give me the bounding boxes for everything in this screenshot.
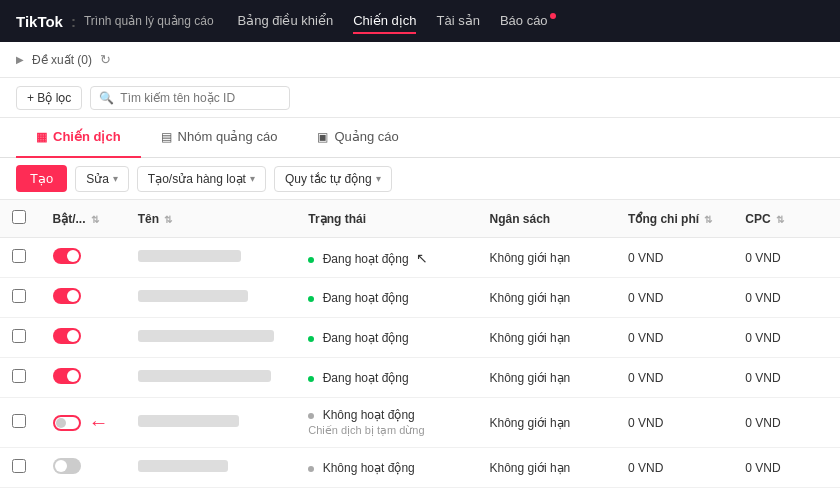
top-nav-links: Bảng điều khiển Chiến dịch Tài sản Báo c… (238, 9, 824, 34)
nav-campaigns[interactable]: Chiến dịch (353, 9, 416, 34)
edit-chevron: ▾ (113, 173, 118, 184)
search-input[interactable] (120, 91, 281, 105)
edit-label: Sửa (86, 172, 109, 186)
campaign-name-3 (138, 330, 274, 342)
status-dot-5 (308, 413, 314, 419)
select-all-checkbox[interactable] (12, 210, 26, 224)
cpc-3: 0 VND (745, 331, 780, 345)
arrow-indicator-5: ← (89, 411, 109, 434)
table-row: Đang hoạt động Không giới hạn0 VND0 VND (0, 318, 840, 358)
tabs-bar: ▦ Chiến dịch ▤ Nhóm quảng cáo ▣ Quảng cá… (0, 118, 840, 158)
tab-ads-label: Quảng cáo (334, 129, 398, 144)
create-button[interactable]: Tạo (16, 165, 67, 192)
row-checkbox-6[interactable] (12, 459, 26, 473)
tab-campaigns[interactable]: ▦ Chiến dịch (16, 118, 141, 158)
row-checkbox-3[interactable] (12, 329, 26, 343)
tiktok-brand-name: TikTok (16, 13, 63, 30)
tab-campaigns-icon: ▦ (36, 130, 47, 144)
col-header-check (0, 200, 41, 238)
col-header-spend: Tổng chi phí ⇅ (616, 200, 733, 238)
budget-2: Không giới hạn (490, 291, 571, 305)
budget-4: Không giới hạn (490, 371, 571, 385)
spend-5: 0 VND (628, 416, 663, 430)
budget-1: Không giới hạn (490, 251, 571, 265)
bulk-label: Tạo/sửa hàng loạt (148, 172, 246, 186)
status-text-6: Không hoạt động (323, 461, 415, 475)
subbar-arrow: ▶ (16, 54, 24, 65)
rules-button[interactable]: Quy tắc tự động ▾ (274, 166, 392, 192)
cpc-4: 0 VND (745, 371, 780, 385)
cursor-indicator: ↖ (416, 250, 428, 266)
toggle-sort: ⇅ (91, 214, 99, 225)
budget-5: Không giới hạn (490, 416, 571, 430)
budget-6: Không giới hạn (490, 461, 571, 475)
toggle-2[interactable] (53, 288, 81, 304)
row-checkbox-1[interactable] (12, 249, 26, 263)
tab-ads[interactable]: ▣ Quảng cáo (297, 118, 418, 158)
toggle-4[interactable] (53, 368, 81, 384)
nav-assets[interactable]: Tài sản (436, 9, 479, 34)
campaign-name-4 (138, 370, 271, 382)
action-bar: Tạo Sửa ▾ Tạo/sửa hàng loạt ▾ Quy tắc tự… (0, 158, 840, 200)
campaign-name-6 (138, 460, 228, 472)
sub-status-5: Chiến dịch bị tạm dừng (308, 424, 465, 437)
search-icon: 🔍 (99, 91, 114, 105)
status-dot-6 (308, 466, 314, 472)
cpc-5: 0 VND (745, 416, 780, 430)
campaign-name-2 (138, 290, 248, 302)
row-checkbox-5[interactable] (12, 414, 26, 428)
status-text-2: Đang hoạt động (323, 291, 409, 305)
subbar-label: Đề xuất (0) (32, 53, 92, 67)
table-row: Không hoạt động Không giới hạn0 VND0 VND (0, 448, 840, 488)
filter-label: + Bộ lọc (27, 91, 71, 105)
campaign-name-5 (138, 415, 239, 427)
cpc-6: 0 VND (745, 461, 780, 475)
brand-separator: : (71, 13, 76, 30)
filter-bar: + Bộ lọc 🔍 (0, 78, 840, 118)
status-dot-1 (308, 257, 314, 263)
col-header-name: Tên ⇅ (126, 200, 297, 238)
table-row: ← Không hoạt động Chiến dịch bị tạm dừng… (0, 398, 840, 448)
budget-3: Không giới hạn (490, 331, 571, 345)
brand-subtitle: Trình quản lý quảng cáo (84, 14, 214, 28)
subbar: ▶ Đề xuất (0) ↻ (0, 42, 840, 78)
status-text-1: Đang hoạt động (323, 252, 409, 266)
toggle-6[interactable] (53, 458, 81, 474)
search-box: 🔍 (90, 86, 290, 110)
spend-6: 0 VND (628, 461, 663, 475)
cpc-1: 0 VND (745, 251, 780, 265)
campaign-name-1 (138, 250, 241, 262)
brand-logo: TikTok : Trình quản lý quảng cáo (16, 13, 214, 30)
rules-chevron: ▾ (376, 173, 381, 184)
tab-ad-groups[interactable]: ▤ Nhóm quảng cáo (141, 118, 298, 158)
table-row: Đang hoạt động Không giới hạn0 VND0 VND (0, 278, 840, 318)
row-checkbox-2[interactable] (12, 289, 26, 303)
edit-button[interactable]: Sửa ▾ (75, 166, 129, 192)
status-text-4: Đang hoạt động (323, 371, 409, 385)
bulk-edit-button[interactable]: Tạo/sửa hàng loạt ▾ (137, 166, 266, 192)
nav-dashboard[interactable]: Bảng điều khiển (238, 9, 334, 34)
refresh-icon[interactable]: ↻ (100, 52, 111, 67)
status-dot-4 (308, 376, 314, 382)
col-header-cpc: CPC ⇅ (733, 200, 840, 238)
filter-button[interactable]: + Bộ lọc (16, 86, 82, 110)
campaigns-table: Bật/... ⇅ Tên ⇅ Trạng thái Ngân sách Tổn… (0, 200, 840, 500)
toggle-5[interactable] (53, 415, 81, 431)
row-checkbox-4[interactable] (12, 369, 26, 383)
table-row: Đang hoạt động Không giới hạn0 VND0 VND (0, 358, 840, 398)
col-header-status: Trạng thái (296, 200, 477, 238)
toggle-1[interactable] (53, 248, 81, 264)
name-sort: ⇅ (164, 214, 172, 225)
rules-label: Quy tắc tự động (285, 172, 372, 186)
spend-sort: ⇅ (704, 214, 712, 225)
nav-reports[interactable]: Báo cáo (500, 9, 556, 34)
spend-2: 0 VND (628, 291, 663, 305)
toggle-3[interactable] (53, 328, 81, 344)
spend-4: 0 VND (628, 371, 663, 385)
top-navigation: TikTok : Trình quản lý quảng cáo Bảng đi… (0, 0, 840, 42)
col-header-budget: Ngân sách (478, 200, 617, 238)
tab-ads-icon: ▣ (317, 130, 328, 144)
status-text-5: Không hoạt động (323, 408, 415, 422)
tab-adgroups-icon: ▤ (161, 130, 172, 144)
cpc-sort: ⇅ (776, 214, 784, 225)
